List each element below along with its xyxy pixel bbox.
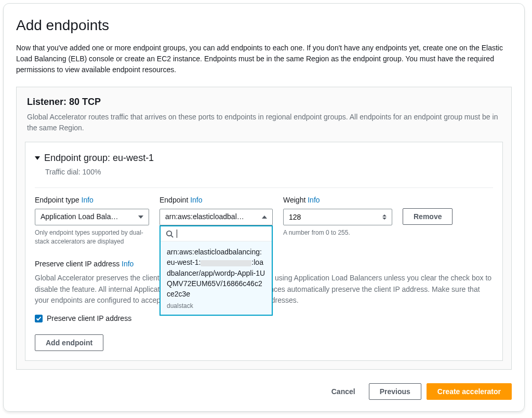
caret-down-icon: [35, 156, 40, 160]
search-icon: [166, 230, 174, 238]
spinner-up-icon[interactable]: [382, 214, 387, 217]
check-icon: [36, 316, 42, 321]
endpoint-dropdown: arn:aws:elasticloadbalancing:eu-west-1::…: [159, 225, 273, 316]
endpoint-type-value: Application Load Bala…: [41, 212, 134, 222]
svg-point-0: [167, 231, 171, 236]
endpoint-label: Endpoint Info: [159, 195, 273, 206]
previous-button[interactable]: Previous: [369, 383, 421, 400]
page-intro: Now that you've added one or more endpoi…: [16, 43, 512, 75]
add-endpoint-button[interactable]: Add endpoint: [35, 334, 103, 351]
endpoint-type-info-link[interactable]: Info: [82, 196, 94, 204]
preserve-ip-checkbox[interactable]: [35, 315, 43, 322]
endpoint-type-label: Endpoint type Info: [35, 195, 149, 206]
weight-hint: A number from 0 to 255.: [283, 228, 392, 237]
chevron-up-icon: [262, 215, 267, 219]
endpoint-group-subtitle: Traffic dial: 100%: [45, 167, 493, 178]
weight-label-text: Weight: [283, 196, 308, 204]
endpoint-group-title: Endpoint group: eu-west-1: [44, 152, 154, 165]
endpoint-type-column: Endpoint type Info Application Load Bala…: [35, 195, 149, 246]
weight-value[interactable]: [289, 213, 379, 221]
endpoint-type-select[interactable]: Application Load Bala…: [35, 209, 149, 225]
cancel-button[interactable]: Cancel: [323, 384, 364, 399]
add-endpoints-page: Add endpoints Now that you've added one …: [3, 3, 525, 412]
preserve-ip-checkbox-label: Preserve client IP address: [47, 314, 131, 324]
endpoint-select[interactable]: arn:aws:elasticloadbal…: [159, 209, 273, 225]
endpoint-option[interactable]: arn:aws:elasticloadbalancing:eu-west-1::…: [161, 241, 272, 315]
endpoint-row: Endpoint type Info Application Load Bala…: [35, 195, 493, 246]
listener-container: Listener: 80 TCP Global Accelerator rout…: [16, 87, 512, 369]
endpoint-search-input[interactable]: [161, 226, 272, 241]
listener-header: Listener: 80 TCP Global Accelerator rout…: [17, 87, 511, 142]
remove-button[interactable]: Remove: [403, 208, 453, 225]
endpoint-value: arn:aws:elasticloadbal…: [165, 212, 258, 222]
preserve-ip-info-link[interactable]: Info: [122, 260, 134, 268]
endpoint-option-sublabel: dualstack: [167, 302, 265, 311]
svg-line-1: [171, 235, 173, 237]
redacted-account-id: [201, 260, 251, 266]
endpoint-group-header: Endpoint group: eu-west-1 Traffic dial: …: [35, 142, 493, 182]
page-title: Add endpoints: [16, 15, 512, 35]
wizard-footer: Cancel Previous Create accelerator: [16, 383, 512, 400]
weight-info-link[interactable]: Info: [308, 196, 320, 204]
endpoint-group-toggle[interactable]: Endpoint group: eu-west-1: [35, 152, 493, 165]
preserve-ip-title-text: Preserve client IP address: [35, 260, 122, 268]
endpoint-info-link[interactable]: Info: [190, 196, 202, 204]
endpoint-group-box: Endpoint group: eu-west-1 Traffic dial: …: [25, 142, 503, 360]
weight-input[interactable]: [283, 209, 392, 225]
divider: [35, 187, 493, 188]
add-endpoint-row: Add endpoint: [35, 334, 493, 351]
endpoint-label-text: Endpoint: [159, 196, 190, 204]
endpoint-type-label-text: Endpoint type: [35, 196, 82, 204]
remove-column: Remove: [403, 195, 453, 225]
spinner-down-icon[interactable]: [382, 218, 387, 220]
listener-desc: Global Accelerator routes traffic that a…: [27, 112, 501, 133]
weight-spinner: [382, 214, 387, 220]
weight-column: Weight Info A number from 0 to 255.: [283, 195, 392, 237]
text-cursor: [177, 230, 177, 238]
listener-title: Listener: 80 TCP: [27, 96, 501, 109]
weight-label: Weight Info: [283, 195, 392, 206]
chevron-down-icon: [138, 215, 143, 219]
endpoint-column: Endpoint Info arn:aws:elasticloadbal…: [159, 195, 273, 225]
create-accelerator-button[interactable]: Create accelerator: [427, 383, 512, 400]
endpoint-type-hint: Only endpoint types supported by dual-st…: [35, 228, 149, 246]
